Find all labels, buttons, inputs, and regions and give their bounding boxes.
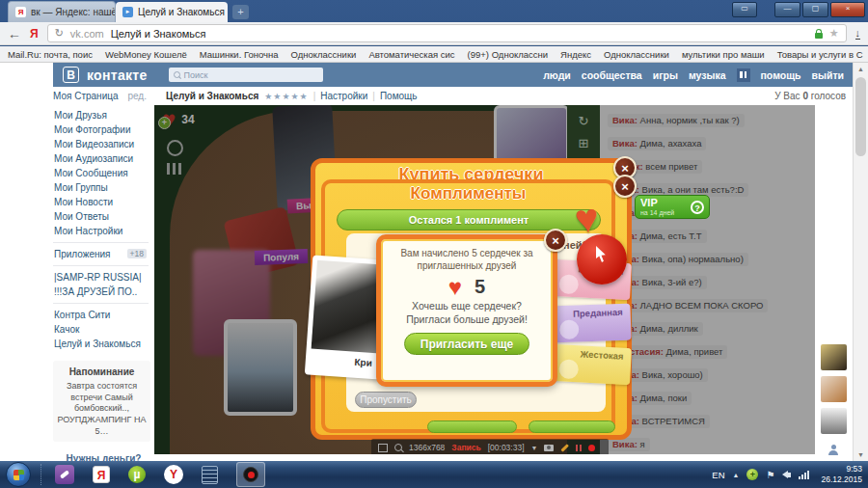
notepad-icon[interactable] bbox=[202, 466, 218, 484]
avatar[interactable] bbox=[821, 344, 847, 370]
scroll-thumb[interactable] bbox=[855, 77, 866, 156]
sidebar-menu-item[interactable]: Мои Настройки bbox=[53, 224, 154, 238]
nav-link[interactable]: сообщества bbox=[582, 69, 642, 81]
bookmark-item[interactable]: Mail.Ru: почта, поис bbox=[8, 49, 93, 60]
yandex-browser-icon[interactable]: Y bbox=[164, 465, 183, 484]
dialog-bottom-button[interactable] bbox=[529, 420, 615, 433]
recorder-app-icon[interactable] bbox=[236, 462, 265, 487]
bookmark-item[interactable]: Машинки. Гоночна bbox=[200, 49, 279, 60]
network-icon[interactable] bbox=[799, 471, 809, 479]
sidebar-app-link[interactable]: !!!ЗА ДРУЗЕЙ ПО.. bbox=[53, 285, 154, 299]
sidebar-menu-item[interactable]: Мои Сообщения bbox=[53, 166, 154, 180]
utorrent-icon[interactable]: µ bbox=[128, 466, 146, 483]
sidebar-game-link[interactable]: Целуй и Знакомься bbox=[53, 337, 154, 351]
bookmark-item[interactable]: Одноклассники bbox=[604, 49, 669, 60]
clock[interactable]: 9:53 26.12.2015 bbox=[817, 464, 862, 484]
bookmark-item[interactable]: WebMoney Кошелё bbox=[105, 49, 187, 60]
sidebar-menu-item[interactable]: Мои Аудиозаписи bbox=[53, 151, 154, 166]
refresh-icon[interactable]: ↻ bbox=[55, 27, 64, 40]
sidebar-menu-item[interactable]: Мои Новости bbox=[53, 195, 154, 209]
nav-link[interactable]: игры bbox=[653, 69, 678, 81]
window-select-icon[interactable] bbox=[378, 444, 388, 452]
skip-button[interactable]: Пропустить bbox=[355, 392, 417, 408]
tray-time: 9:53 bbox=[821, 464, 862, 474]
vk-logo-text[interactable]: контакте bbox=[87, 68, 148, 83]
tab-yandex-search[interactable]: Я вк — Яндекс: нашёлс bbox=[8, 1, 116, 22]
invite-more-button[interactable]: Пригласить еще bbox=[404, 333, 529, 355]
sidebar-app-link[interactable]: |SAMP-RP RUSSIA| bbox=[53, 270, 154, 285]
downloads-icon[interactable]: ↓ bbox=[855, 28, 861, 40]
action-center-flag-icon[interactable]: ⚑ bbox=[766, 470, 774, 480]
bookmark-item[interactable]: Автоматическая сис bbox=[368, 49, 454, 60]
viber-icon[interactable] bbox=[55, 465, 74, 484]
invite-question: Хочешь еще сердечек?Пригласи больше друз… bbox=[381, 300, 553, 326]
panel-toggle-button[interactable]: ▭ bbox=[732, 2, 757, 17]
app-settings-link[interactable]: Настройки bbox=[320, 91, 367, 101]
compliment-card[interactable]: Преданная bbox=[551, 304, 631, 343]
bookmark-item[interactable]: (99+) Одноклассни bbox=[468, 49, 548, 60]
address-bar[interactable]: ↻ vk.com Целуй и Знакомься ★ bbox=[47, 24, 847, 42]
tab-vk-game[interactable]: ► Целуй и Знакомься × bbox=[116, 2, 228, 22]
maximize-button[interactable]: ▢ bbox=[802, 2, 828, 17]
sidebar-menu-item[interactable]: Мои Видеозаписи bbox=[53, 137, 154, 151]
bookmark-item[interactable]: Товары и услуги в С bbox=[777, 49, 863, 60]
close-icon[interactable]: × bbox=[613, 175, 637, 198]
nav-link[interactable]: выйти bbox=[812, 69, 844, 81]
search-input[interactable]: Поиск bbox=[169, 68, 323, 82]
nav-link[interactable]: помощь bbox=[761, 69, 801, 81]
vk-logo-icon[interactable]: В bbox=[63, 67, 79, 83]
pause-recording-icon[interactable] bbox=[576, 445, 582, 451]
back-button[interactable]: ← bbox=[8, 27, 21, 41]
tray-green-icon[interactable]: + bbox=[746, 469, 758, 480]
compliment-card[interactable]: Жестокая bbox=[551, 344, 632, 385]
bookmark-item[interactable]: Яндекс bbox=[560, 49, 591, 60]
bookmark-item[interactable]: Одноклассники bbox=[291, 49, 357, 60]
yandex-app-icon[interactable]: Я bbox=[93, 466, 110, 483]
dialog-bottom-button[interactable] bbox=[427, 420, 517, 433]
scroll-down-arrow[interactable]: ▼ bbox=[854, 448, 868, 461]
close-icon[interactable]: × bbox=[544, 229, 567, 252]
language-indicator[interactable]: EN bbox=[712, 470, 724, 480]
avatar[interactable] bbox=[821, 376, 847, 402]
close-button[interactable]: × bbox=[830, 2, 865, 17]
scroll-up-arrow[interactable]: ▲ bbox=[854, 63, 868, 75]
edit-link[interactable]: ред. bbox=[127, 91, 147, 101]
start-button[interactable] bbox=[6, 462, 31, 487]
vip-badge[interactable]: VIP на 14 дней ? bbox=[635, 195, 710, 219]
app-help-link[interactable]: Помощь bbox=[380, 91, 418, 101]
vk-top-nav: людисообществаигрымузыка помощьвыйти bbox=[543, 68, 844, 82]
bookmark-item[interactable]: мультики про маши bbox=[682, 49, 765, 60]
sidebar-menu-item[interactable]: Мои Друзья bbox=[53, 108, 154, 122]
vip-help-icon[interactable]: ? bbox=[691, 201, 704, 214]
avatar[interactable] bbox=[821, 408, 847, 434]
sidebar-menu-item[interactable]: Мои Ответы bbox=[53, 209, 154, 224]
nav-link[interactable]: музыка bbox=[689, 69, 726, 81]
volume-icon[interactable] bbox=[782, 471, 791, 478]
bookmark-star-icon[interactable]: ★ bbox=[829, 27, 839, 40]
my-page-link[interactable]: Моя Страница bbox=[53, 91, 119, 101]
person-icon bbox=[828, 445, 838, 455]
awarded-count: 5 bbox=[475, 276, 485, 298]
screenshot-icon[interactable] bbox=[544, 445, 554, 451]
pencil-icon[interactable] bbox=[561, 444, 569, 451]
yandex-button[interactable]: Я bbox=[30, 27, 39, 41]
sidebar-item-apps[interactable]: +18 Приложения bbox=[53, 247, 154, 261]
sidebar-menu-item[interactable]: Мои Группы bbox=[53, 180, 154, 195]
nav-link[interactable]: люди bbox=[543, 69, 571, 81]
url-page-title: Целуй и Знакомься bbox=[111, 28, 206, 40]
audio-pause-icon[interactable] bbox=[737, 68, 750, 82]
yandex-favicon: Я bbox=[15, 7, 26, 17]
page-scrollbar[interactable]: ▲ ▼ bbox=[853, 63, 868, 461]
chevron-down-icon[interactable]: ▼ bbox=[531, 445, 538, 451]
zoom-icon[interactable] bbox=[394, 444, 402, 451]
record-icon[interactable] bbox=[588, 445, 595, 451]
tray-expand-icon[interactable]: ▲ bbox=[733, 472, 740, 478]
reminder-block[interactable]: Напоминание Завтра состоятся встречи Сам… bbox=[53, 361, 150, 442]
new-tab-button[interactable]: + bbox=[232, 5, 249, 19]
sidebar-game-link[interactable]: Качок bbox=[53, 322, 154, 337]
sidebar-game-link[interactable]: Контра Сити bbox=[53, 308, 154, 322]
minimize-button[interactable]: — bbox=[774, 2, 800, 17]
sub-header-row: Моя Страница ред. Целуй и Знакомься ★★★★… bbox=[53, 87, 854, 105]
votes-status: У Вас 0 голосов bbox=[774, 91, 854, 101]
sidebar-menu-item[interactable]: Мои Фотографии bbox=[53, 122, 154, 137]
